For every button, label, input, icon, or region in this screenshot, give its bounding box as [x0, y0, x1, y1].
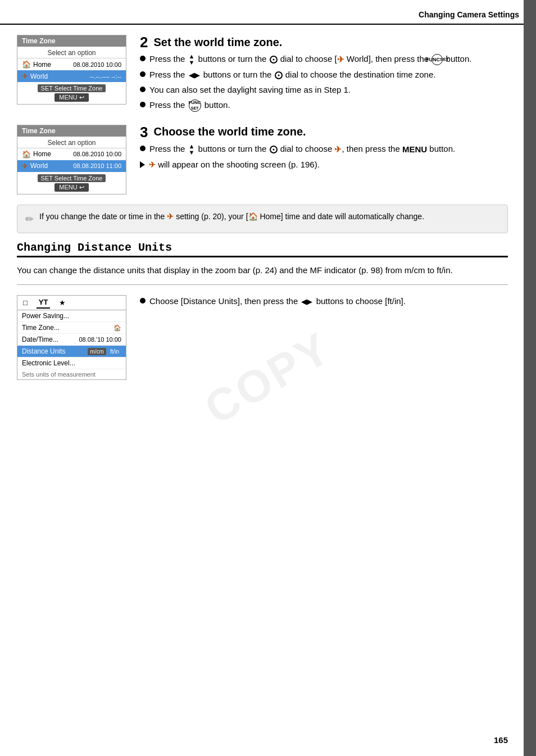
menu-tab-yt: YT [37, 297, 51, 309]
step-2-screenshot: Time Zone Select an option 🏠 Home 08.08.… [17, 35, 126, 105]
cam-row-world-step3: ✈ World 08.08.2010 11:00 [17, 160, 126, 172]
step-3-bullet-2: ✈ will appear on the shooting screen (p.… [140, 159, 508, 171]
page-number: 165 [494, 735, 508, 745]
step-3-text: 3 Choose the world time zone. Press the … [140, 125, 508, 174]
note-world-icon: ✈ [167, 212, 174, 221]
step-3-bullets: Press the ▲▼ buttons or turn the dial to… [140, 143, 508, 171]
note-box: ✏ If you change the date or time in the … [17, 205, 508, 233]
cam-screen-step2: Time Zone Select an option 🏠 Home 08.08.… [17, 35, 126, 105]
menu-row-electronic: Electronic Level... [17, 357, 126, 369]
distance-bullet-1: Choose [Distance Units], then press the … [140, 295, 508, 307]
step-2-bullet-2: Press the ◀▶ buttons or turn the dial to… [140, 69, 508, 81]
cam-row-home-step2: 🏠 Home 08.08.2010 10:00 [17, 58, 126, 70]
step-3-bullet-1: Press the ▲▼ buttons or turn the dial to… [140, 143, 508, 156]
cam-menu-btn-step2: MENU ↩ [54, 93, 88, 102]
bullet-dot-1 [140, 56, 146, 61]
note-home-icon: 🏠 [248, 212, 258, 221]
step-2-bullet-3: You can also set the daylight saving tim… [140, 84, 508, 96]
distance-row: □ YT ★ Power Saving... Time Zone... 🏠 Da… [17, 295, 508, 380]
distance-text: Choose [Distance Units], then press the … [140, 295, 508, 310]
bullet-arrow-s3 [140, 161, 145, 168]
menu-row-distance: Distance Units m/cm ft/in [17, 346, 126, 357]
pencil-icon: ✏ [25, 212, 34, 227]
cam-subtitle-step2: Select an option [17, 47, 126, 58]
world-icon-s3-b: ✈ [149, 160, 156, 169]
cam-home-label-step3: Home [33, 150, 71, 158]
func-icon-2: FUNCSET [189, 99, 201, 112]
step-3-heading-text: Choose the world time zone. [153, 125, 306, 138]
set-label-step3: SET Select Time Zone [41, 175, 103, 182]
distance-screenshot: □ YT ★ Power Saving... Time Zone... 🏠 Da… [17, 295, 126, 380]
section-divider [17, 284, 508, 285]
menu-label-datetime: Date/Time... [22, 336, 76, 343]
page-header-title: Changing Camera Settings [419, 10, 519, 19]
step-3-bullet-2-text: ✈ will appear on the shooting screen (p.… [149, 159, 320, 171]
cam-bottom-step3: SET Select Time Zone MENU ↩ [17, 172, 126, 194]
bullet-dot-2 [140, 71, 146, 77]
left-right-icon-1: ◀▶ [189, 71, 200, 79]
step-2-heading-text: Set the world time zone. [153, 36, 282, 49]
menu-row-timezone: Time Zone... 🏠 [17, 322, 126, 334]
step-2-heading: 2 Set the world time zone. [140, 35, 508, 49]
distance-bullets: Choose [Distance Units], then press the … [140, 295, 508, 307]
step-2-row: Time Zone Select an option 🏠 Home 08.08.… [17, 35, 508, 115]
home-icon-step3: 🏠 [22, 150, 31, 159]
cam-world-label-step2: World [30, 73, 88, 80]
cam-title-bar-step3: Time Zone [17, 125, 126, 137]
set-label-step2: SET Select Time Zone [41, 85, 103, 92]
cam-home-value-step3: 08.08.2010 10:00 [73, 151, 121, 157]
world-icon-step2: ✈ [22, 72, 28, 80]
ftin-box: ft/in [108, 348, 121, 355]
step-3-screenshot: Time Zone Select an option 🏠 Home 08.08.… [17, 125, 126, 194]
home-icon-step2: 🏠 [22, 60, 31, 69]
world-icon-step3: ✈ [22, 162, 28, 170]
menu-word-icon: MENU [402, 144, 427, 154]
cam-world-value-step3: 08.08.2010 11:00 [73, 162, 121, 169]
bullet-dot-3 [140, 87, 146, 92]
bullet-dot-s3-1 [140, 146, 146, 151]
step-3-bullet-1-text: Press the ▲▼ buttons or turn the dial to… [149, 143, 455, 156]
cam-row-home-step3: 🏠 Home 08.08.2010 10:00 [17, 148, 126, 160]
cam-world-value-step2: --.--.---- --:-- [90, 73, 121, 80]
distance-section-desc: You can change the distance units that d… [17, 264, 508, 277]
menu-footer: Sets units of measurement [17, 369, 126, 379]
cam-menu-btn-step3: MENU ↩ [54, 183, 88, 192]
step-2-bullet-4: Press the FUNCSET button. [140, 99, 508, 112]
cam-subtitle-step3: Select an option [17, 137, 126, 148]
cam-set-btn-step2: SET Select Time Zone [38, 84, 106, 92]
menu-label-electronic: Electronic Level... [22, 359, 121, 367]
note-text: If you change the date or time in the ✈ … [39, 211, 424, 223]
dial-icon-1 [270, 56, 278, 64]
menu-screen: □ YT ★ Power Saving... Time Zone... 🏠 Da… [17, 295, 126, 380]
menu-label-distance: Distance Units [22, 347, 85, 355]
distance-units-heading: Changing Distance Units [17, 241, 508, 257]
step-2-bullet-4-text: Press the FUNCSET button. [149, 99, 230, 112]
step-3-number: 3 [140, 125, 148, 139]
menu-tab-star: ★ [57, 297, 68, 308]
step-3-heading: 3 Choose the world time zone. [140, 125, 508, 139]
menu-tab-camera: □ [21, 297, 30, 308]
distance-bullet-1-text: Choose [Distance Units], then press the … [149, 295, 406, 307]
func-icon-1: FUNCSET [431, 54, 443, 65]
world-icon-s3: ✈ [334, 144, 342, 154]
step-2-bullets: Press the ▲▼ buttons or turn the dial to… [140, 53, 508, 112]
cam-home-label-step2: Home [33, 61, 71, 69]
cam-screen-step3: Time Zone Select an option 🏠 Home 08.08.… [17, 125, 126, 194]
step-2-text: 2 Set the world time zone. Press the ▲▼ … [140, 35, 508, 115]
cam-row-world-step2: ✈ World --.--.---- --:-- [17, 70, 126, 82]
world-icon-inline-1: ✈ [337, 55, 344, 64]
menu-value-datetime: 08.08.'10 10:00 [79, 336, 121, 343]
cam-set-btn-step3: SET Select Time Zone [38, 174, 106, 182]
cam-world-label-step3: World [30, 162, 71, 170]
menu-row-datetime: Date/Time... 08.08.'10 10:00 [17, 334, 126, 346]
step-2-bullet-1-text: Press the ▲▼ buttons or turn the dial to… [149, 53, 471, 66]
bullet-dot-4 [140, 102, 146, 107]
menu-label-power: Power Saving... [22, 312, 121, 320]
menu-row-power: Power Saving... [17, 310, 126, 322]
cam-title-bar-step2: Time Zone [17, 35, 126, 47]
up-down-icon-s3: ▲▼ [189, 143, 195, 156]
dial-icon-s3 [270, 146, 278, 153]
dial-icon-2 [275, 71, 283, 79]
left-right-icon-dist: ◀▶ [301, 297, 312, 306]
up-down-icon-1: ▲▼ [189, 53, 195, 66]
